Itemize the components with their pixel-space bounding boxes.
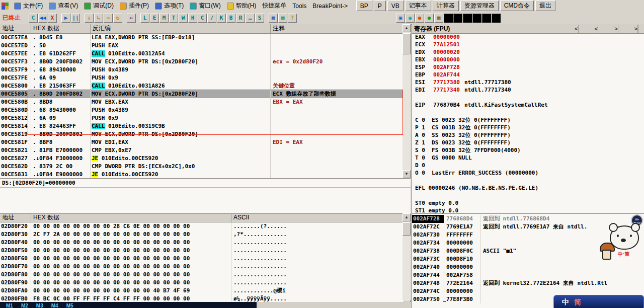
debug-menu[interactable]: 调试(D) bbox=[81, 1, 117, 11]
disasm-row[interactable]: 00CE57F3.8B0D 200FD802MOV ECX,DWORD PTR … bbox=[0, 58, 403, 66]
register-line[interactable]: Z 1 DS 0023 32位 0(FFFFFFFF) bbox=[415, 139, 644, 146]
dump-row[interactable]: 02D80FA000 00 00 00 00 00 00 00 00 00 00… bbox=[0, 287, 403, 295]
table-icon[interactable]: ▦ bbox=[269, 14, 278, 23]
register-line[interactable]: ESI77717380ntdll.77717380 bbox=[415, 79, 644, 86]
disasm-row[interactable]: 00CE5831.↓0F84 E9000000JE 010Edito.00CE5… bbox=[0, 171, 403, 178]
register-line[interactable]: D 0 bbox=[415, 162, 644, 169]
taskbar-item[interactable]: M2 bbox=[21, 302, 28, 308]
nav-left-icon[interactable]: < bbox=[573, 25, 578, 33]
placeholder-icon[interactable] bbox=[482, 14, 491, 23]
register-line[interactable]: EIP776870B4ntdll.KiFastSystemCallRet bbox=[415, 101, 644, 109]
disasm-row[interactable]: 00CE581F.8BF8MOV EDI,EAXEDI = EAX bbox=[0, 138, 403, 146]
cmd-button[interactable]: CMD命令 bbox=[500, 1, 534, 11]
vb-button[interactable]: VB bbox=[387, 1, 404, 11]
memory-map-icon[interactable]: M bbox=[159, 14, 169, 23]
execute-till-return-icon[interactable]: ← bbox=[127, 14, 136, 23]
disasm-row[interactable]: 00CE57EE.E8 61D262FFCALL 010Edito.00312A… bbox=[0, 50, 403, 58]
call-stack-icon[interactable]: K bbox=[217, 14, 226, 23]
breakpoint-menu[interactable]: BreakPoint-> bbox=[309, 1, 351, 11]
skin-icon[interactable]: ▣ bbox=[396, 14, 405, 23]
disasm-row[interactable]: 00CE5814.E8 824463FFCALL 010Edito.00319C… bbox=[0, 122, 403, 130]
disasm-row[interactable]: 00CE5821.81FB E7000000CMP EBX,0xE7 bbox=[0, 146, 403, 155]
nav-left-icon[interactable]: < bbox=[593, 25, 598, 33]
references-icon[interactable]: R bbox=[236, 14, 245, 23]
run-icon[interactable]: ▶ bbox=[61, 14, 70, 23]
taskbar-item[interactable]: M5 bbox=[66, 302, 73, 308]
placeholder-icon[interactable] bbox=[472, 14, 481, 23]
disasm-row[interactable]: 00CE57ED.50PUSH EAX bbox=[0, 42, 403, 50]
breakpoints-icon[interactable]: B bbox=[226, 14, 235, 23]
trace-into-icon[interactable]: → bbox=[104, 14, 113, 23]
register-line[interactable]: O 0 LastErr ERROR_SUCCESS (00000000) bbox=[415, 169, 644, 177]
register-line[interactable]: EFL 00000246 (NO,NB,E,BE,NS,PE,GE,LE) bbox=[415, 184, 644, 192]
handles-icon[interactable]: H bbox=[188, 14, 197, 23]
dump-row[interactable]: 02D80F2000 00 00 00 00 00 00 00 28 C6 0E… bbox=[0, 222, 403, 230]
dump-row[interactable]: 02D80F8000 00 00 00 00 00 00 00 00 00 00… bbox=[0, 271, 403, 279]
disasm-row[interactable]: 00CE582D.8379 2C 00CMP DWORD PTR DS:[ECX… bbox=[0, 163, 403, 171]
register-line[interactable] bbox=[415, 94, 644, 101]
register-line[interactable] bbox=[415, 192, 644, 199]
register-line[interactable]: ST0 empty 0.0 bbox=[415, 199, 644, 207]
scroll-up-button[interactable]: ▲ bbox=[403, 24, 411, 32]
placeholder-icon[interactable] bbox=[444, 14, 453, 23]
nav-right-icon[interactable]: > bbox=[612, 25, 618, 33]
threads-icon[interactable]: T bbox=[169, 14, 178, 23]
register-line[interactable]: ESP002AF728 bbox=[415, 63, 644, 71]
windows-icon[interactable]: W bbox=[179, 14, 188, 23]
patches-icon[interactable]: / bbox=[207, 14, 216, 23]
stack-row[interactable]: 002AF74C00000000 bbox=[412, 287, 644, 295]
register-line[interactable]: P 1 CS 001B 32位 0(FFFFFFFF) bbox=[415, 124, 644, 131]
exit-button[interactable]: 退出 bbox=[535, 1, 555, 11]
pause-icon[interactable]: || bbox=[71, 14, 80, 23]
view-menu[interactable]: 查看(V) bbox=[46, 1, 81, 11]
explorer-button[interactable]: 资源管理器 bbox=[460, 1, 499, 11]
scroll-down-button[interactable]: ▼ bbox=[403, 170, 411, 178]
disasm-scrollbar[interactable]: ▲ ▼ bbox=[403, 24, 411, 178]
register-line[interactable]: EBP002AF744 bbox=[415, 71, 644, 79]
disasm-row[interactable]: 00CE57F9.68 89430000PUSH 0x4389 bbox=[0, 66, 403, 74]
calculator-button[interactable]: 计算器 bbox=[433, 1, 459, 11]
disasm-row[interactable]: 00CE580B.8BD8MOV EBX,EAXEBX = EAX bbox=[0, 98, 403, 106]
table2-icon[interactable]: ▦ bbox=[278, 14, 287, 23]
disasm-row[interactable]: 00CE5812.6A 09PUSH 0x9 bbox=[0, 114, 403, 122]
open-icon[interactable]: C bbox=[29, 14, 38, 23]
taskbar-item[interactable]: M3 bbox=[36, 302, 43, 308]
window-menu[interactable]: 窗口(W) bbox=[187, 1, 223, 11]
register-line[interactable]: EBX00000000 bbox=[415, 56, 644, 63]
step-into-icon[interactable]: ↓ bbox=[85, 14, 94, 23]
register-line[interactable]: EDX00000020 bbox=[415, 48, 644, 56]
dump-row[interactable]: 02D80F9000 00 00 00 00 00 00 00 00 00 00… bbox=[0, 279, 403, 287]
dump-scrollbar[interactable]: ▲ ▼ bbox=[403, 213, 411, 308]
dump-row[interactable]: 02D80F6000 00 00 00 00 00 00 00 00 00 00… bbox=[0, 255, 403, 263]
trace-over-icon[interactable]: ↻ bbox=[113, 14, 122, 23]
register-line[interactable]: EDI77717340ntdll.77717340 bbox=[415, 86, 644, 94]
disasm-row[interactable]: 00CE5819.8B0D 200FD802MOV ECX,DWORD PTR … bbox=[0, 130, 403, 138]
register-line[interactable]: EAX00000000 bbox=[415, 33, 644, 41]
cpu-icon[interactable]: C bbox=[198, 14, 207, 23]
taskbar-item[interactable]: M4 bbox=[51, 302, 58, 308]
disasm-row[interactable]: 00CE5827.↓0F84 F3000000JE 010Edito.00CE5… bbox=[0, 155, 403, 163]
register-line[interactable] bbox=[415, 109, 644, 116]
grid-icon[interactable]: ▦ bbox=[434, 14, 443, 23]
register-line[interactable]: ST1 empty 0.0 bbox=[415, 207, 644, 213]
executables-icon[interactable]: E bbox=[150, 14, 159, 23]
run-trace-icon[interactable]: … bbox=[246, 14, 255, 23]
stack-row[interactable]: 002AF744002AF758 bbox=[412, 271, 644, 279]
dump-row[interactable]: 02D80F5000 00 00 00 00 00 00 00 00 00 00… bbox=[0, 247, 403, 255]
register-line[interactable]: T 0 GS 0000 NULL bbox=[415, 154, 644, 162]
options-menu[interactable]: 选项(T) bbox=[152, 1, 187, 11]
scrollbar-thumb[interactable] bbox=[403, 33, 411, 54]
nav-right-icon[interactable]: > bbox=[632, 25, 638, 33]
bp-button[interactable]: BP bbox=[356, 1, 372, 11]
disasm-row[interactable]: 00CE57EA.8D45 E8LEA EAX,DWORD PTR SS:[EB… bbox=[0, 34, 403, 42]
notepad-button[interactable]: 记事本 bbox=[405, 1, 431, 11]
register-line[interactable]: S 0 FS 003B 32位 7FFDF000(4000) bbox=[415, 146, 644, 154]
placeholder-icon[interactable] bbox=[453, 14, 462, 23]
online-icon[interactable]: ● bbox=[425, 14, 434, 23]
placeholder-icon[interactable] bbox=[492, 14, 501, 23]
scrollbar-thumb[interactable] bbox=[403, 222, 411, 236]
plugin-toolbar-icon[interactable]: ◉ bbox=[406, 14, 415, 23]
help-toolbar-icon[interactable]: ? bbox=[288, 14, 297, 23]
close-icon[interactable]: X bbox=[48, 14, 57, 23]
file-menu[interactable]: 文件(F) bbox=[11, 1, 46, 11]
